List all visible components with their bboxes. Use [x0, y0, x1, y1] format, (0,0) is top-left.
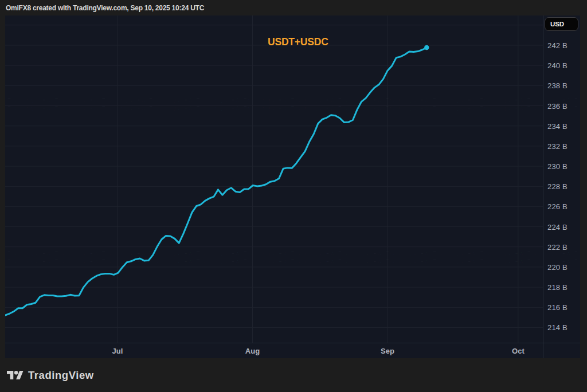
tradingview-wordmark: TradingView — [28, 369, 94, 382]
price-scale-label: 226 B — [547, 202, 582, 211]
currency-toggle-label: USD — [550, 21, 564, 28]
price-scale-label: 242 B — [547, 41, 582, 50]
price-scale-label: 216 B — [547, 303, 582, 312]
price-scale-label: 224 B — [547, 222, 582, 231]
price-scale-label: 232 B — [547, 142, 582, 150]
price-scale-label: 234 B — [547, 121, 582, 130]
time-scale[interactable] — [5, 343, 580, 358]
price-scale-label: 240 B — [547, 61, 582, 70]
tradingview-snapshot: { "topbar": { "attribution": "OmiFX8 cre… — [0, 0, 587, 392]
price-scale-label: 222 B — [547, 242, 582, 251]
snapshot-header: OmiFX8 created with TradingView.com, Sep… — [0, 0, 587, 15]
price-scale-label: 236 B — [547, 101, 582, 110]
chart-widget: TradingView TradingView TradingView Trad… — [5, 15, 580, 358]
price-scale-label: 218 B — [547, 283, 582, 292]
currency-toggle-button[interactable]: USD — [545, 17, 578, 31]
price-scale-label: 214 B — [547, 323, 582, 332]
series-title: USDT+USDC — [268, 36, 394, 48]
attribution-text: OmiFX8 created with TradingView.com, Sep… — [6, 4, 204, 12]
time-scale-label: Jul — [100, 347, 135, 355]
footer-bar: TradingView — [0, 358, 587, 392]
time-scale-label: Oct — [501, 347, 535, 355]
tradingview-logo-icon — [7, 371, 24, 379]
price-scale-label: 238 B — [547, 81, 582, 90]
tradingview-logo[interactable]: TradingView — [7, 369, 94, 382]
time-scale-label: Aug — [236, 347, 270, 355]
price-scale-label: 228 B — [547, 182, 582, 191]
price-scale-label: 230 B — [547, 162, 582, 171]
price-scale-label: 220 B — [547, 262, 582, 271]
time-scale-label: Sep — [370, 347, 405, 355]
chart-plot-area[interactable] — [5, 15, 543, 343]
